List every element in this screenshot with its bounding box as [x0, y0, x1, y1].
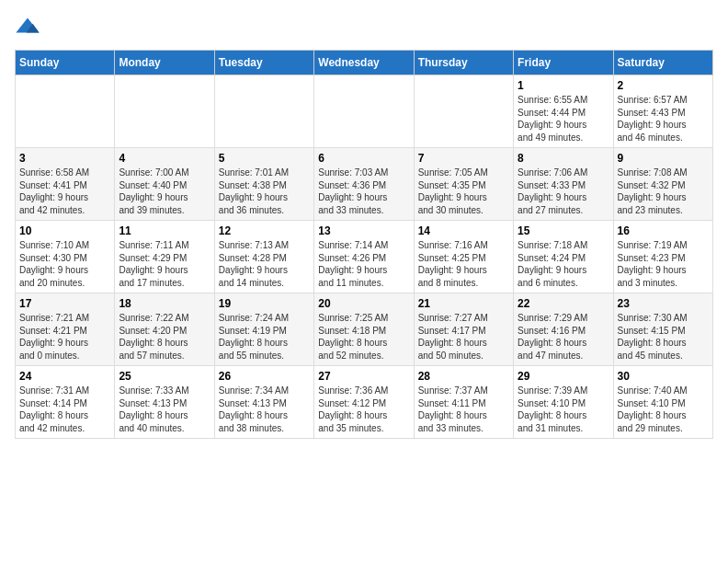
logo-icon: [15, 15, 40, 40]
day-number: 24: [19, 370, 110, 383]
calendar-cell: [214, 75, 313, 148]
calendar-cell: 3Sunrise: 6:58 AM Sunset: 4:41 PM Daylig…: [16, 148, 115, 221]
day-number: 27: [318, 370, 409, 383]
day-number: 12: [219, 224, 310, 237]
day-info: Sunrise: 7:08 AM Sunset: 4:32 PM Dayligh…: [618, 167, 709, 216]
day-number: 25: [119, 370, 210, 383]
day-number: 28: [418, 370, 509, 383]
day-info: Sunrise: 7:39 AM Sunset: 4:10 PM Dayligh…: [518, 385, 609, 434]
calendar-cell: 20Sunrise: 7:25 AM Sunset: 4:18 PM Dayli…: [314, 293, 414, 366]
day-info: Sunrise: 7:03 AM Sunset: 4:36 PM Dayligh…: [318, 167, 409, 216]
day-info: Sunrise: 6:58 AM Sunset: 4:41 PM Dayligh…: [19, 167, 110, 216]
weekday-header-saturday: Saturday: [613, 51, 712, 75]
weekday-header-friday: Friday: [514, 51, 613, 75]
calendar-cell: 27Sunrise: 7:36 AM Sunset: 4:12 PM Dayli…: [314, 366, 414, 439]
day-number: 9: [618, 152, 709, 165]
calendar-cell: 10Sunrise: 7:10 AM Sunset: 4:30 PM Dayli…: [16, 221, 115, 293]
calendar-week-3: 10Sunrise: 7:10 AM Sunset: 4:30 PM Dayli…: [16, 221, 713, 293]
day-number: 2: [618, 79, 709, 92]
day-number: 8: [518, 152, 609, 165]
day-info: Sunrise: 7:31 AM Sunset: 4:14 PM Dayligh…: [19, 385, 110, 434]
day-number: 15: [518, 224, 609, 237]
day-number: 1: [518, 79, 609, 92]
day-info: Sunrise: 7:34 AM Sunset: 4:13 PM Dayligh…: [219, 385, 310, 434]
day-info: Sunrise: 7:00 AM Sunset: 4:40 PM Dayligh…: [119, 167, 210, 216]
day-number: 16: [618, 224, 709, 237]
calendar-cell: 24Sunrise: 7:31 AM Sunset: 4:14 PM Dayli…: [16, 366, 115, 439]
calendar-cell: 1Sunrise: 6:55 AM Sunset: 4:44 PM Daylig…: [514, 75, 613, 148]
day-info: Sunrise: 7:19 AM Sunset: 4:23 PM Dayligh…: [618, 239, 709, 289]
weekday-header-tuesday: Tuesday: [214, 51, 313, 75]
day-info: Sunrise: 7:16 AM Sunset: 4:25 PM Dayligh…: [418, 239, 509, 289]
day-number: 22: [518, 297, 609, 310]
day-info: Sunrise: 7:18 AM Sunset: 4:24 PM Dayligh…: [518, 239, 609, 289]
calendar-cell: 23Sunrise: 7:30 AM Sunset: 4:15 PM Dayli…: [613, 293, 712, 366]
calendar-table: SundayMondayTuesdayWednesdayThursdayFrid…: [15, 50, 713, 439]
day-info: Sunrise: 7:13 AM Sunset: 4:28 PM Dayligh…: [219, 239, 310, 289]
day-number: 26: [219, 370, 310, 383]
calendar-cell: 25Sunrise: 7:33 AM Sunset: 4:13 PM Dayli…: [115, 366, 214, 439]
calendar-week-1: 1Sunrise: 6:55 AM Sunset: 4:44 PM Daylig…: [16, 75, 713, 148]
page-header: [15, 15, 713, 40]
weekday-header-sunday: Sunday: [16, 51, 115, 75]
calendar-cell: 9Sunrise: 7:08 AM Sunset: 4:32 PM Daylig…: [613, 148, 712, 221]
calendar-cell: 12Sunrise: 7:13 AM Sunset: 4:28 PM Dayli…: [214, 221, 313, 293]
day-info: Sunrise: 7:40 AM Sunset: 4:10 PM Dayligh…: [618, 385, 709, 434]
calendar-cell: 6Sunrise: 7:03 AM Sunset: 4:36 PM Daylig…: [314, 148, 414, 221]
calendar-cell: [414, 75, 513, 148]
day-number: 3: [19, 152, 110, 165]
calendar-cell: 21Sunrise: 7:27 AM Sunset: 4:17 PM Dayli…: [414, 293, 513, 366]
calendar-week-5: 24Sunrise: 7:31 AM Sunset: 4:14 PM Dayli…: [16, 366, 713, 439]
calendar-cell: 28Sunrise: 7:37 AM Sunset: 4:11 PM Dayli…: [414, 366, 513, 439]
calendar-cell: 4Sunrise: 7:00 AM Sunset: 4:40 PM Daylig…: [115, 148, 214, 221]
calendar-cell: [314, 75, 414, 148]
weekday-header-monday: Monday: [115, 51, 214, 75]
day-info: Sunrise: 7:25 AM Sunset: 4:18 PM Dayligh…: [318, 312, 409, 362]
calendar-week-2: 3Sunrise: 6:58 AM Sunset: 4:41 PM Daylig…: [16, 148, 713, 221]
day-number: 13: [318, 224, 409, 237]
day-info: Sunrise: 7:37 AM Sunset: 4:11 PM Dayligh…: [418, 385, 509, 434]
day-number: 20: [318, 297, 409, 310]
day-info: Sunrise: 7:21 AM Sunset: 4:21 PM Dayligh…: [19, 312, 110, 362]
day-info: Sunrise: 7:22 AM Sunset: 4:20 PM Dayligh…: [119, 312, 210, 362]
day-number: 14: [418, 224, 509, 237]
calendar-cell: 29Sunrise: 7:39 AM Sunset: 4:10 PM Dayli…: [514, 366, 613, 439]
day-number: 4: [119, 152, 210, 165]
calendar-cell: 2Sunrise: 6:57 AM Sunset: 4:43 PM Daylig…: [613, 75, 712, 148]
day-info: Sunrise: 7:27 AM Sunset: 4:17 PM Dayligh…: [418, 312, 509, 362]
day-number: 17: [19, 297, 110, 310]
calendar-cell: 7Sunrise: 7:05 AM Sunset: 4:35 PM Daylig…: [414, 148, 513, 221]
calendar-cell: 13Sunrise: 7:14 AM Sunset: 4:26 PM Dayli…: [314, 221, 414, 293]
day-number: 23: [618, 297, 709, 310]
calendar-header: SundayMondayTuesdayWednesdayThursdayFrid…: [16, 51, 713, 75]
day-info: Sunrise: 7:10 AM Sunset: 4:30 PM Dayligh…: [19, 239, 110, 289]
day-info: Sunrise: 7:29 AM Sunset: 4:16 PM Dayligh…: [518, 312, 609, 362]
day-info: Sunrise: 7:36 AM Sunset: 4:12 PM Dayligh…: [318, 385, 409, 434]
day-number: 21: [418, 297, 509, 310]
calendar-cell: 15Sunrise: 7:18 AM Sunset: 4:24 PM Dayli…: [514, 221, 613, 293]
calendar-cell: 16Sunrise: 7:19 AM Sunset: 4:23 PM Dayli…: [613, 221, 712, 293]
calendar-cell: 30Sunrise: 7:40 AM Sunset: 4:10 PM Dayli…: [613, 366, 712, 439]
day-number: 5: [219, 152, 310, 165]
day-number: 11: [119, 224, 210, 237]
calendar-body: 1Sunrise: 6:55 AM Sunset: 4:44 PM Daylig…: [16, 75, 713, 439]
calendar-cell: 17Sunrise: 7:21 AM Sunset: 4:21 PM Dayli…: [16, 293, 115, 366]
day-info: Sunrise: 7:11 AM Sunset: 4:29 PM Dayligh…: [119, 239, 210, 289]
day-number: 30: [618, 370, 709, 383]
day-info: Sunrise: 6:55 AM Sunset: 4:44 PM Dayligh…: [518, 94, 609, 144]
weekday-header-wednesday: Wednesday: [314, 51, 414, 75]
calendar-cell: 14Sunrise: 7:16 AM Sunset: 4:25 PM Dayli…: [414, 221, 513, 293]
calendar-cell: 19Sunrise: 7:24 AM Sunset: 4:19 PM Dayli…: [214, 293, 313, 366]
calendar-cell: 26Sunrise: 7:34 AM Sunset: 4:13 PM Dayli…: [214, 366, 313, 439]
day-info: Sunrise: 7:33 AM Sunset: 4:13 PM Dayligh…: [119, 385, 210, 434]
day-number: 10: [19, 224, 110, 237]
calendar-cell: 5Sunrise: 7:01 AM Sunset: 4:38 PM Daylig…: [214, 148, 313, 221]
day-info: Sunrise: 6:57 AM Sunset: 4:43 PM Dayligh…: [618, 94, 709, 144]
day-number: 6: [318, 152, 409, 165]
day-info: Sunrise: 7:01 AM Sunset: 4:38 PM Dayligh…: [219, 167, 310, 216]
day-info: Sunrise: 7:05 AM Sunset: 4:35 PM Dayligh…: [418, 167, 509, 216]
day-info: Sunrise: 7:14 AM Sunset: 4:26 PM Dayligh…: [318, 239, 409, 289]
weekday-header-thursday: Thursday: [414, 51, 513, 75]
day-number: 29: [518, 370, 609, 383]
weekday-header-row: SundayMondayTuesdayWednesdayThursdayFrid…: [16, 51, 713, 75]
